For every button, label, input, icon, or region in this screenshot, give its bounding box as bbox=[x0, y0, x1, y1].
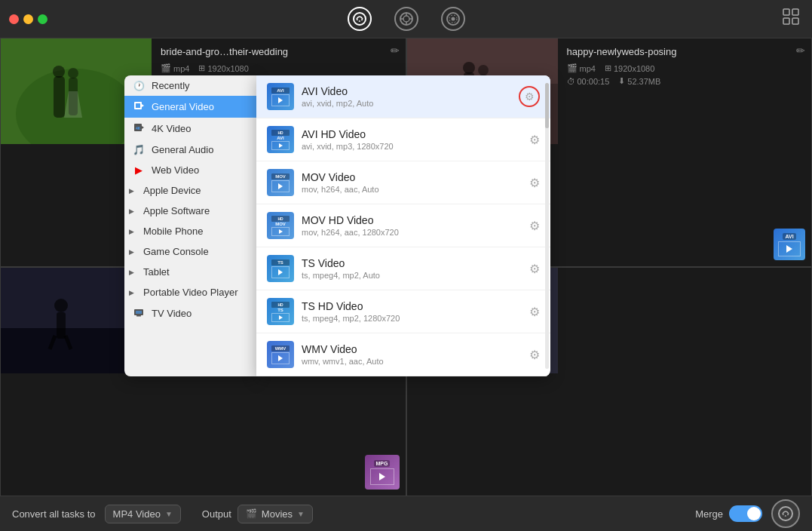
disc-tab-icon[interactable] bbox=[441, 7, 465, 31]
wmv-video-details: wmv, wmv1, aac, Auto bbox=[302, 357, 529, 366]
meta-format-2: 🎬 mp4 bbox=[567, 63, 596, 73]
minimize-button[interactable] bbox=[23, 14, 33, 24]
category-portable-video[interactable]: ▶ Portable Video Player bbox=[124, 282, 256, 302]
wmv-video-icon: WMV bbox=[267, 341, 294, 368]
video-meta-3: 🎬 mp4 ⊞ 1920x1080 bbox=[567, 63, 803, 73]
main-content: ✏ bride-and-gro…their-wedding 🎬 mp4 ⊞ 19… bbox=[0, 38, 812, 496]
download-icon-2: ⬇ bbox=[618, 76, 625, 86]
resolution-icon-2: ⊞ bbox=[605, 63, 611, 73]
svg-rect-31 bbox=[57, 312, 66, 339]
meta-res-2: ⊞ 1920x1080 bbox=[605, 63, 654, 73]
category-panel: 🕐 Recently General Video 4K bbox=[124, 75, 256, 376]
format-ts-video[interactable]: TS TS Video ts, mpeg4, mp2, Auto ⚙ bbox=[256, 247, 550, 290]
tablet-arrow: ▶ bbox=[129, 269, 134, 276]
video-meta-4: ⏱ 00:00:15 ⬇ 52.37MB bbox=[567, 76, 803, 86]
category-4k-video[interactable]: 4K 4K Video bbox=[124, 118, 256, 140]
format-mov-video[interactable]: MOV MOV Video mov, h264, aac, Auto ⚙ bbox=[256, 161, 550, 204]
category-4k-video-label: 4K Video bbox=[152, 123, 192, 134]
avi-video-icon: AVI bbox=[267, 83, 294, 110]
svg-text:4K: 4K bbox=[136, 126, 141, 130]
convert-label: Convert all tasks to bbox=[12, 508, 96, 520]
category-general-video[interactable]: General Video bbox=[124, 96, 256, 118]
category-tv-video[interactable]: TV Video bbox=[124, 302, 256, 324]
mov-settings-button[interactable]: ⚙ bbox=[529, 176, 540, 190]
apple-software-arrow: ▶ bbox=[129, 207, 134, 215]
format-badge-2: AVI bbox=[774, 229, 805, 260]
wmv-settings-button[interactable]: ⚙ bbox=[529, 348, 540, 362]
video-info-2: ✏ happy-newlyweds-posing 🎬 mp4 ⊞ 1920x10… bbox=[558, 38, 812, 266]
ts-hd-settings-button[interactable]: ⚙ bbox=[529, 305, 540, 319]
mov-video-details: mov, h264, aac, Auto bbox=[302, 185, 529, 194]
svg-point-17 bbox=[53, 66, 65, 78]
svg-rect-10 bbox=[783, 9, 789, 15]
edit-icon-2[interactable]: ✏ bbox=[796, 45, 805, 57]
category-portable-video-label: Portable Video Player bbox=[143, 287, 238, 298]
title-icon-group bbox=[348, 7, 465, 31]
maximize-button[interactable] bbox=[38, 14, 47, 24]
edit-icon-1[interactable]: ✏ bbox=[391, 45, 400, 57]
format-scrollbar[interactable] bbox=[545, 83, 549, 369]
meta-size-2: ⬇ 52.37MB bbox=[618, 76, 660, 86]
svg-rect-16 bbox=[54, 76, 65, 118]
format-avi-hd-video[interactable]: HD AVI AVI HD Video avi, xvid, mp3, 1280… bbox=[256, 118, 550, 161]
category-game-console[interactable]: ▶ Game Console bbox=[124, 241, 256, 262]
category-recently[interactable]: 🕐 Recently bbox=[124, 75, 256, 96]
output-location-select[interactable]: 🎬 Movies ▼ bbox=[237, 505, 313, 523]
avi-hd-settings-button[interactable]: ⚙ bbox=[529, 133, 540, 147]
merge-toggle[interactable] bbox=[729, 505, 762, 522]
svg-rect-11 bbox=[792, 9, 798, 15]
category-apple-device[interactable]: ▶ Apple Device bbox=[124, 180, 256, 201]
svg-rect-13 bbox=[792, 18, 798, 24]
mov-hd-settings-button[interactable]: ⚙ bbox=[529, 219, 540, 233]
format-panel: AVI AVI Video avi, xvid, mp2, Auto ⚙ bbox=[256, 75, 550, 376]
video-filename-1: bride-and-gro…their-wedding bbox=[161, 46, 397, 57]
web-video-icon: ▶ bbox=[132, 164, 146, 176]
avi-video-settings-button[interactable]: ⚙ bbox=[519, 86, 540, 107]
format-avi-video[interactable]: AVI AVI Video avi, xvid, mp2, Auto ⚙ bbox=[256, 75, 550, 118]
edit-tab-icon[interactable] bbox=[394, 7, 418, 31]
recently-icon: 🕐 bbox=[132, 81, 146, 91]
format-mov-hd-video[interactable]: HD MOV MOV HD Video mov, h264, aac, 1280… bbox=[256, 204, 550, 247]
svg-point-19 bbox=[68, 68, 78, 78]
category-web-video[interactable]: ▶ Web Video bbox=[124, 160, 256, 180]
ts-video-name: TS Video bbox=[302, 257, 529, 269]
mov-hd-video-details: mov, h264, aac, 1280x720 bbox=[302, 228, 529, 237]
close-button[interactable] bbox=[9, 14, 19, 24]
svg-point-24 bbox=[463, 62, 475, 74]
svg-rect-36 bbox=[136, 103, 140, 108]
category-general-audio[interactable]: 🎵 General Audio bbox=[124, 140, 256, 160]
ts-video-info: TS Video ts, mpeg4, mp2, Auto bbox=[302, 257, 529, 280]
game-console-arrow: ▶ bbox=[129, 248, 134, 256]
mov-video-info: MOV Video mov, h264, aac, Auto bbox=[302, 171, 529, 194]
video-info-4 bbox=[558, 268, 812, 496]
category-apple-software[interactable]: ▶ Apple Software bbox=[124, 201, 256, 221]
convert-tab-icon[interactable] bbox=[348, 7, 372, 31]
merge-section: Merge bbox=[695, 505, 762, 522]
avi-hd-video-details: avi, xvid, mp3, 1280x720 bbox=[302, 142, 529, 151]
category-tablet[interactable]: ▶ Tablet bbox=[124, 262, 256, 282]
svg-marker-37 bbox=[142, 104, 144, 107]
category-mobile-phone-label: Mobile Phone bbox=[143, 226, 204, 237]
meta-format-1: 🎬 mp4 bbox=[161, 63, 189, 73]
merge-label: Merge bbox=[695, 508, 723, 520]
convert-format-value: MP4 Video bbox=[113, 508, 161, 520]
format-wmv-video[interactable]: WMV WMV Video wmv, wmv1, aac, Auto ⚙ bbox=[256, 333, 550, 376]
meta-res-1: ⊞ 1920x1080 bbox=[198, 63, 248, 73]
ts-settings-button[interactable]: ⚙ bbox=[529, 262, 540, 276]
convert-format-arrow: ▼ bbox=[165, 510, 173, 518]
convert-format-select[interactable]: MP4 Video ▼ bbox=[105, 505, 181, 523]
category-apple-device-label: Apple Device bbox=[143, 185, 201, 196]
category-mobile-phone[interactable]: ▶ Mobile Phone bbox=[124, 221, 256, 241]
format-scrollbar-thumb[interactable] bbox=[545, 83, 549, 128]
svg-point-44 bbox=[779, 507, 792, 520]
format-badge-3: MPG bbox=[365, 455, 400, 490]
format-dropdown: 🕐 Recently General Video 4K bbox=[124, 75, 550, 376]
window-corner-icon[interactable] bbox=[782, 8, 800, 30]
ts-video-icon: TS bbox=[267, 255, 294, 282]
svg-rect-43 bbox=[136, 315, 141, 317]
ts-hd-video-details: ts, mpeg4, mp2, 1280x720 bbox=[302, 314, 529, 323]
svg-rect-42 bbox=[136, 311, 142, 314]
titlebar bbox=[0, 0, 812, 38]
format-ts-hd-video[interactable]: HD TS TS HD Video ts, mpeg4, mp2, 1280x7… bbox=[256, 290, 550, 333]
convert-button[interactable] bbox=[771, 499, 800, 528]
